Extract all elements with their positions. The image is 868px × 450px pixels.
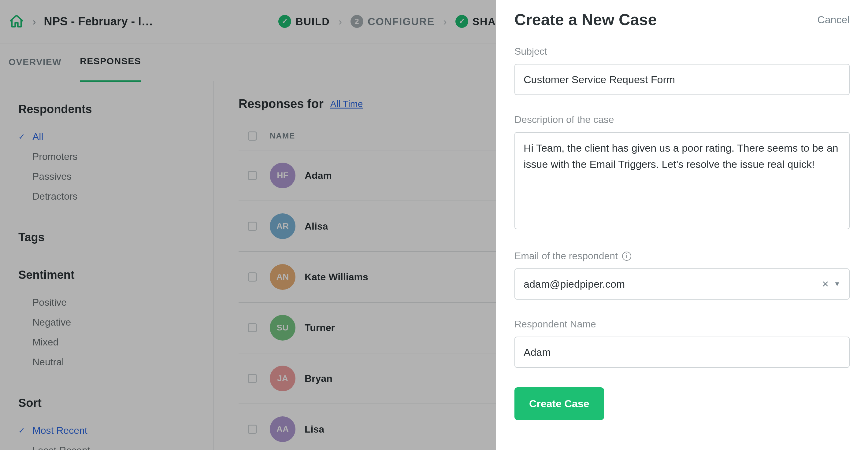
description-textarea[interactable] (515, 132, 850, 229)
respondent-name-input[interactable] (515, 336, 850, 368)
create-case-button[interactable]: Create Case (515, 387, 604, 420)
email-label: Email of the respondent i (515, 250, 850, 262)
subject-label: Subject (515, 46, 850, 57)
create-case-drawer: Create a New Case Cancel Subject Descrip… (496, 0, 868, 450)
email-label-text: Email of the respondent (515, 250, 618, 262)
email-selected-value: adam@piedpiper.com (524, 278, 817, 290)
email-select[interactable]: adam@piedpiper.com ✕ ▼ (515, 268, 850, 299)
chevron-down-icon[interactable]: ▼ (834, 280, 840, 288)
cancel-button[interactable]: Cancel (817, 14, 850, 26)
drawer-title: Create a New Case (515, 10, 657, 29)
clear-icon[interactable]: ✕ (822, 279, 829, 289)
info-icon[interactable]: i (622, 252, 631, 261)
respondent-name-label: Respondent Name (515, 319, 850, 330)
description-label: Description of the case (515, 114, 850, 125)
subject-input[interactable] (515, 64, 850, 95)
